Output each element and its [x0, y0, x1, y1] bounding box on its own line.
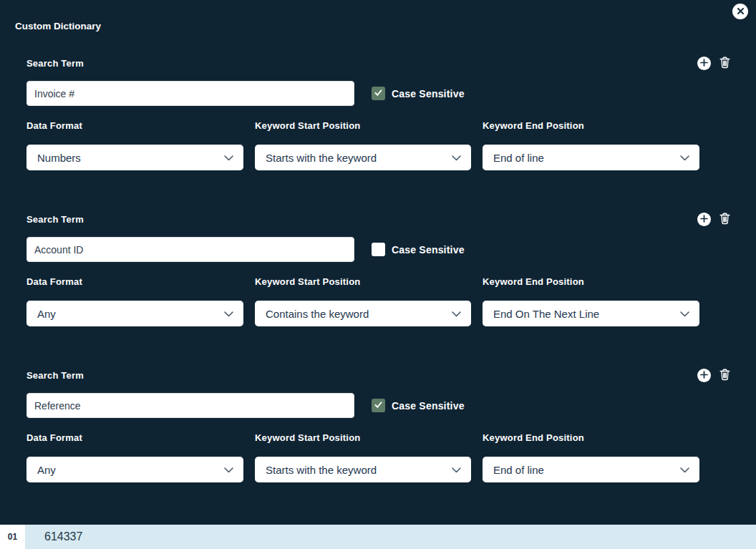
keyword-start-position-select[interactable]: Starts with the keyword: [255, 457, 471, 482]
select-value: Contains the keyword: [266, 308, 369, 320]
plus-icon: [700, 369, 708, 382]
search-term-label: Search Term: [26, 214, 84, 225]
plus-icon: [700, 213, 708, 225]
case-sensitive-toggle[interactable]: Case Sensitive: [372, 243, 465, 256]
search-term-input[interactable]: [26, 237, 354, 262]
keyword-end-position-label: Keyword End Position: [483, 120, 699, 130]
chevron-down-icon: [452, 463, 461, 476]
checkmark-icon: [374, 87, 383, 100]
chevron-down-icon: [452, 307, 461, 320]
select-value: Numbers: [37, 152, 81, 164]
select-value: Starts with the keyword: [266, 152, 377, 164]
select-value: End of line: [493, 464, 544, 476]
chevron-down-icon: [224, 151, 233, 164]
keyword-start-position-label: Keyword Start Position: [255, 432, 471, 442]
search-term-label: Search Term: [26, 370, 84, 381]
data-format-select[interactable]: Numbers: [26, 145, 243, 170]
keyword-end-position-label: Keyword End Position: [483, 276, 699, 286]
data-format-label: Data Format: [26, 120, 243, 130]
case-sensitive-label: Case Sensitive: [392, 400, 465, 412]
trash-icon: [718, 55, 732, 72]
search-term-input[interactable]: [26, 81, 354, 106]
keyword-end-position-label: Keyword End Position: [483, 432, 699, 442]
trash-icon: [718, 211, 732, 228]
case-sensitive-toggle[interactable]: Case Sensitive: [372, 399, 465, 412]
data-format-select[interactable]: Any: [26, 457, 243, 482]
case-sensitive-checkbox[interactable]: [372, 243, 385, 256]
close-button[interactable]: [732, 4, 748, 19]
case-sensitive-toggle[interactable]: Case Sensitive: [372, 87, 465, 100]
data-format-label: Data Format: [26, 276, 243, 286]
delete-entry-button[interactable]: [717, 56, 732, 70]
page-title: Custom Dictionary: [15, 21, 101, 31]
custom-dictionary-dialog: { "dialog": { "title": "Custom Dictionar…: [0, 0, 756, 549]
checkmark-icon: [374, 399, 383, 412]
select-value: Any: [37, 308, 56, 320]
dictionary-entry: Search Term Case Sensitive Data Format K…: [26, 54, 732, 170]
keyword-end-position-select[interactable]: End On The Next Line: [483, 301, 699, 326]
keyword-start-position-select[interactable]: Starts with the keyword: [255, 145, 471, 170]
keyword-end-position-select[interactable]: End of line: [483, 145, 699, 170]
line-number: 01: [0, 525, 25, 549]
keyword-start-position-label: Keyword Start Position: [255, 120, 471, 130]
select-value: Any: [37, 464, 56, 476]
chevron-down-icon: [680, 307, 689, 320]
keyword-end-position-select[interactable]: End of line: [483, 457, 699, 482]
plus-icon: [700, 57, 708, 69]
delete-entry-button[interactable]: [717, 368, 732, 382]
chevron-down-icon: [224, 463, 233, 476]
trash-icon: [718, 367, 732, 384]
case-sensitive-label: Case Sensitive: [392, 88, 465, 99]
search-term-input[interactable]: [26, 393, 354, 418]
add-entry-button[interactable]: [697, 57, 711, 70]
select-value: End of line: [493, 152, 544, 164]
delete-entry-button[interactable]: [717, 212, 732, 226]
chevron-down-icon: [680, 463, 689, 476]
document-preview-bar: 01 614337: [0, 525, 756, 549]
chevron-down-icon: [452, 151, 461, 164]
preview-line-text: 614337: [44, 530, 82, 543]
keyword-start-position-label: Keyword Start Position: [255, 276, 471, 286]
case-sensitive-label: Case Sensitive: [392, 244, 465, 256]
close-icon: [737, 5, 745, 18]
dictionary-entry: Search Term Case Sensitive Data Format K…: [26, 210, 732, 326]
chevron-down-icon: [224, 307, 233, 320]
add-entry-button[interactable]: [697, 213, 711, 226]
keyword-start-position-select[interactable]: Contains the keyword: [255, 301, 471, 326]
select-value: End On The Next Line: [493, 308, 599, 320]
search-term-label: Search Term: [26, 58, 84, 69]
dictionary-entry: Search Term Case Sensitive Data Format K…: [26, 366, 732, 482]
add-entry-button[interactable]: [697, 369, 711, 382]
preview-line[interactable]: 614337: [25, 525, 756, 549]
chevron-down-icon: [680, 151, 689, 164]
data-format-select[interactable]: Any: [26, 301, 243, 326]
case-sensitive-checkbox[interactable]: [372, 87, 385, 100]
select-value: Starts with the keyword: [266, 464, 377, 476]
case-sensitive-checkbox[interactable]: [372, 399, 385, 412]
data-format-label: Data Format: [26, 432, 243, 442]
